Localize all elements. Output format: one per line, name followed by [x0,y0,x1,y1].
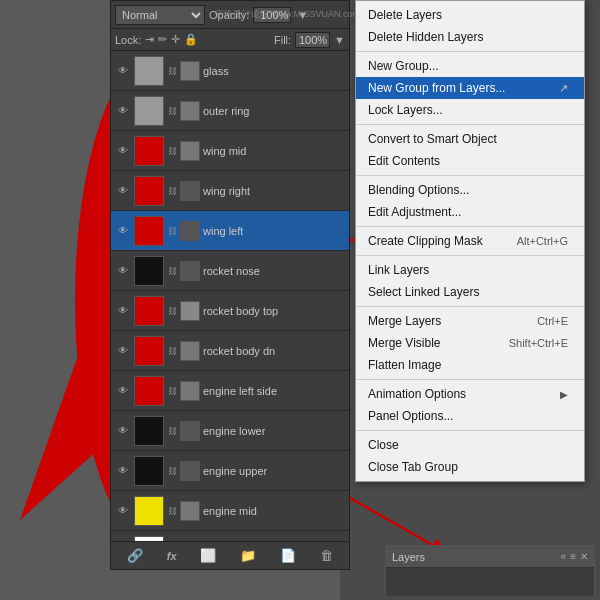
layer-row[interactable]: 👁 ⛓ engine left side [111,371,349,411]
visibility-icon[interactable]: 👁 [115,303,131,319]
lock-icon-paint[interactable]: ✏ [158,33,167,46]
menu-item-panel-options[interactable]: Panel Options... [356,405,584,427]
chain-icon: ⛓ [167,306,177,316]
mini-menu-icon[interactable]: ≡ [570,551,576,562]
fill-input[interactable] [295,32,330,48]
menu-item-blending-options[interactable]: Blending Options... [356,179,584,201]
layer-thumbnail [134,136,164,166]
layer-thumbnail [134,376,164,406]
menu-item-label: Select Linked Layers [368,285,479,299]
menu-separator [356,255,584,256]
menu-item-label: Flatten Image [368,358,441,372]
link-button[interactable]: 🔗 [123,546,147,565]
menu-item-label: Link Layers [368,263,429,277]
visibility-icon[interactable]: 👁 [115,383,131,399]
menu-separator [356,175,584,176]
layer-thumbnail [134,56,164,86]
menu-item-label: Merge Visible [368,336,440,350]
layer-row[interactable]: 👁 ⛓ rocket nose [111,251,349,291]
visibility-icon[interactable]: 👁 [115,103,131,119]
visibility-icon[interactable]: 👁 [115,63,131,79]
menu-separator [356,430,584,431]
mini-close-icon[interactable]: ✕ [580,551,588,562]
layer-thumbnail [134,216,164,246]
fill-arrow[interactable]: ▼ [334,34,345,46]
chain-icon: ⛓ [167,426,177,436]
menu-separator [356,306,584,307]
folder-button[interactable]: 📁 [236,546,260,565]
lock-icon-position[interactable]: ✛ [171,33,180,46]
menu-item-merge-visible[interactable]: Merge Visible Shift+Ctrl+E [356,332,584,354]
layer-row-selected[interactable]: 👁 ⛓ wing left [111,211,349,251]
menu-item-delete-hidden[interactable]: Delete Hidden Layers [356,26,584,48]
chain-icon: ⛓ [167,226,177,236]
visibility-icon[interactable]: 👁 [115,343,131,359]
mask-button[interactable]: ⬜ [196,546,220,565]
menu-item-label: Edit Contents [368,154,440,168]
menu-item-lock-layers[interactable]: Lock Layers... [356,99,584,121]
menu-item-select-linked[interactable]: Select Linked Layers [356,281,584,303]
layer-mask-thumb [180,421,200,441]
menu-separator [356,51,584,52]
menu-item-new-group-from-layers[interactable]: New Group from Layers... ↗ [356,77,584,99]
visibility-icon[interactable]: 👁 [115,423,131,439]
layer-row[interactable]: 👁 ⛓ wing right [111,171,349,211]
visibility-icon[interactable]: 👁 [115,503,131,519]
visibility-icon[interactable]: 👁 [115,143,131,159]
mini-collapse-icon[interactable]: « [561,551,567,562]
menu-item-label: Merge Layers [368,314,441,328]
layer-row-background[interactable]: 👁 Background 🔒 [111,531,349,541]
delete-button[interactable]: 🗑 [316,546,337,565]
layer-name: rocket body top [203,305,278,317]
menu-item-label: Delete Hidden Layers [368,30,483,44]
fx-button[interactable]: fx [163,548,181,564]
menu-item-close[interactable]: Close [356,434,584,456]
menu-item-edit-contents[interactable]: Edit Contents [356,150,584,172]
menu-item-label: New Group from Layers... [368,81,505,95]
cursor-indicator: ↗ [559,82,568,95]
menu-item-label: Delete Layers [368,8,442,22]
menu-item-new-group[interactable]: New Group... [356,55,584,77]
menu-item-merge-layers[interactable]: Merge Layers Ctrl+E [356,310,584,332]
menu-item-label: Blending Options... [368,183,469,197]
menu-item-label: Close [368,438,399,452]
layer-row[interactable]: 👁 ⛓ wing mid [111,131,349,171]
visibility-icon[interactable]: 👁 [115,183,131,199]
menu-shortcut: Alt+Ctrl+G [517,235,568,247]
chain-icon: ⛓ [167,186,177,196]
menu-item-link-layers[interactable]: Link Layers [356,259,584,281]
menu-item-close-tab-group[interactable]: Close Tab Group [356,456,584,478]
visibility-icon[interactable]: 👁 [115,463,131,479]
new-layer-button[interactable]: 📄 [276,546,300,565]
blend-mode-select[interactable]: Normal [115,5,205,25]
layers-footer: 🔗 fx ⬜ 📁 📄 🗑 [111,541,349,569]
layer-row[interactable]: 👁 ⛓ engine mid [111,491,349,531]
layer-mask-thumb [180,221,200,241]
layer-row[interactable]: 👁 ⛓ engine upper [111,451,349,491]
menu-item-convert-smart-object[interactable]: Convert to Smart Object [356,128,584,150]
lock-fill-row: Lock: ⇥ ✏ ✛ 🔒 Fill: ▼ [111,29,349,51]
visibility-icon[interactable]: 👁 [115,263,131,279]
layer-row[interactable]: 👁 ⛓ engine lower [111,411,349,451]
layer-mask-thumb [180,501,200,521]
menu-item-edit-adjustment[interactable]: Edit Adjustment... [356,201,584,223]
layer-mask-thumb [180,141,200,161]
layer-row[interactable]: 👁 ⛓ rocket body top [111,291,349,331]
layer-thumbnail [134,456,164,486]
mini-panel-content [386,568,594,596]
menu-item-flatten-image[interactable]: Flatten Image [356,354,584,376]
visibility-icon[interactable]: 👁 [115,223,131,239]
layer-row[interactable]: 👁 ⛓ outer ring [111,91,349,131]
lock-icon-move[interactable]: ⇥ [145,33,154,46]
layer-name: engine lower [203,425,265,437]
layer-thumbnail [134,96,164,126]
menu-item-clipping-mask[interactable]: Create Clipping Mask Alt+Ctrl+G [356,230,584,252]
menu-item-delete-layers[interactable]: Delete Layers [356,4,584,26]
menu-item-animation-options[interactable]: Animation Options ▶ [356,383,584,405]
layer-mask-thumb [180,301,200,321]
submenu-arrow-icon: ▶ [560,389,568,400]
layer-row[interactable]: 👁 ⛓ glass [111,51,349,91]
layer-row[interactable]: 👁 ⛓ rocket body dn [111,331,349,371]
fill-label: Fill: [274,34,291,46]
lock-icon-all[interactable]: 🔒 [184,33,198,46]
